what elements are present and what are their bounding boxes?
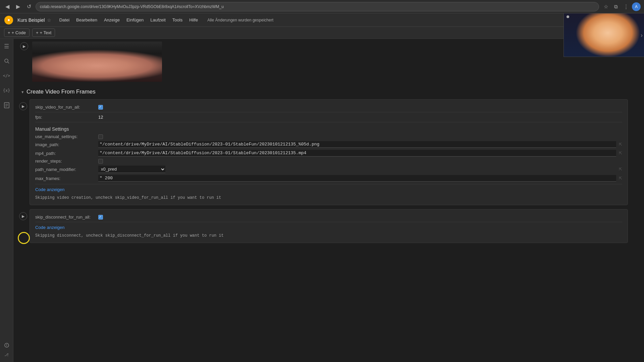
sidebar-files-icon[interactable] — [2, 101, 11, 110]
image-path-expand-icon: ⇱ — [619, 142, 622, 147]
add-text-button[interactable]: + + Text — [32, 28, 55, 37]
max-frames-label: max_frames: — [35, 176, 96, 181]
sidebar-git-icon[interactable]: ⎇ — [2, 350, 11, 359]
svg-line-3 — [8, 62, 9, 63]
video-content — [564, 39, 644, 57]
path-modifier-expand-icon: ⇱ — [619, 167, 622, 172]
sidebar-code-icon[interactable]: </> — [2, 71, 11, 80]
svg-point-1 — [8, 19, 10, 21]
path-modifier-label: path_name_modifier: — [35, 167, 96, 172]
run-button-highlight — [18, 232, 30, 244]
notebook-title-text: Kurs Beispiel — [17, 17, 45, 23]
menu-einfuegen[interactable]: Einfügen — [124, 16, 146, 24]
colab-logo — [4, 15, 13, 25]
skip-video-checkbox[interactable] — [98, 105, 103, 110]
image-cell-run-button[interactable]: ▶ — [20, 42, 28, 50]
face-image-content — [32, 42, 162, 82]
back-button[interactable]: ◀ — [3, 3, 11, 11]
video-panel: › — [564, 39, 644, 57]
param-render-steps: render_steps: — [35, 158, 622, 165]
cell2-code-link[interactable]: Code anzeigen — [35, 224, 622, 231]
menu-hilfe[interactable]: Hilfe — [186, 16, 201, 24]
settings-button[interactable]: ⋮ — [622, 3, 630, 11]
colab-app: Kurs Beispiel ☆ Datei Bearbeiten Anzeige… — [0, 13, 644, 362]
section-collapse-arrow: ▾ — [21, 89, 24, 95]
param-skip-disconnect: skip_disconnect_for_run_all: — [35, 214, 622, 221]
menu-laufzeit[interactable]: Laufzeit — [148, 16, 168, 24]
menu-bearbeiten[interactable]: Bearbeiten — [73, 16, 100, 24]
code-btn-label: + Code — [12, 30, 26, 35]
bookmark-button[interactable]: ☆ — [602, 3, 610, 11]
app-topbar: Kurs Beispiel ☆ Datei Bearbeiten Anzeige… — [0, 13, 644, 27]
add-code-button[interactable]: + + Code — [4, 28, 30, 37]
max-frames-input[interactable] — [98, 175, 616, 182]
image-path-label: image_path: — [35, 142, 96, 147]
url-bar[interactable]: colab.research.google.com/drive/13G9KHyM… — [36, 2, 599, 11]
cell2-output: Skipping disconnect, uncheck skip_discon… — [35, 231, 622, 239]
param-skip-video: skip_video_for_run_all: — [35, 104, 622, 111]
notebook-image — [32, 42, 162, 82]
svg-point-2 — [5, 59, 8, 62]
param-mp4-path: mp4_path: ⇱ — [35, 149, 622, 158]
profile-avatar[interactable]: A — [632, 2, 641, 11]
path-modifier-dropdown[interactable]: x0_pred x_pred — [98, 166, 165, 173]
max-frames-expand-icon: ⇱ — [619, 176, 622, 181]
section-title-text: Create Video From Frames — [26, 88, 96, 95]
cell1-inner: skip_video_for_run_all: fps: 12 Manual S… — [30, 100, 628, 205]
image-path-input[interactable] — [98, 141, 616, 148]
browser-actions: ☆ ⧉ ⋮ A — [602, 2, 641, 11]
param-max-frames: max_frames: ⇱ — [35, 174, 622, 183]
param-use-manual: use_manual_settings: — [35, 133, 622, 140]
notebook-content: ▶ ▾ Create Video From Frames ▶ skip_vide… — [13, 39, 644, 362]
mp4-path-expand-icon: ⇱ — [619, 151, 622, 156]
notebook-title-area: Kurs Beispiel ☆ — [17, 17, 51, 23]
cell1-code-link[interactable]: Code anzeigen — [35, 186, 622, 193]
browser-chrome: ◀ ▶ ↺ colab.research.google.com/drive/13… — [0, 0, 644, 13]
refresh-button[interactable]: ↺ — [25, 3, 33, 11]
fps-value: 12 — [98, 115, 103, 120]
cell-skip-disconnect: ▶ skip_disconnect_for_run_all: Code anze… — [30, 209, 628, 243]
skip-video-label: skip_video_for_run_all: — [35, 105, 96, 110]
main-content: ☰ </> {x} — [0, 39, 644, 362]
param-path-modifier: path_name_modifier: x0_pred x_pred ⇱ — [35, 165, 622, 174]
image-cell: ▶ — [13, 39, 644, 84]
mp4-path-input[interactable] — [98, 150, 616, 157]
menu-tools[interactable]: Tools — [170, 16, 185, 24]
extensions-button[interactable]: ⧉ — [612, 3, 620, 11]
cell2-run-button[interactable]: ▶ — [19, 212, 27, 220]
star-icon[interactable]: ☆ — [47, 17, 51, 23]
sidebar-menu-icon[interactable]: ☰ — [2, 42, 11, 51]
cell2-inner: skip_disconnect_for_run_all: Code anzeig… — [30, 209, 628, 243]
cell1-run-button[interactable]: ▶ — [19, 102, 27, 110]
plus-code-icon: + — [8, 30, 10, 35]
toolbar-row: + + Code + + Text — [0, 27, 644, 39]
sidebar-debug-icon[interactable] — [2, 341, 11, 350]
sidebar-variables-icon[interactable]: {x} — [2, 86, 11, 95]
forward-button[interactable]: ▶ — [14, 3, 22, 11]
param-fps: fps: 12 — [35, 114, 622, 121]
cell1-output: Skipping video creation, uncheck skip_vi… — [35, 193, 622, 201]
svg-point-10 — [6, 346, 7, 347]
skip-disconnect-label: skip_disconnect_for_run_all: — [35, 215, 96, 220]
video-person — [564, 39, 644, 57]
use-manual-label: use_manual_settings: — [35, 134, 96, 139]
render-steps-checkbox[interactable] — [98, 159, 103, 164]
param-image-path: image_path: ⇱ — [35, 140, 622, 149]
menu-anzeige[interactable]: Anzeige — [101, 16, 122, 24]
menu-bar: Datei Bearbeiten Anzeige Einfügen Laufze… — [57, 16, 201, 24]
fps-label: fps: — [35, 115, 96, 120]
text-btn-label: + Text — [40, 30, 51, 35]
section-header-create-video[interactable]: ▾ Create Video From Frames — [13, 84, 644, 98]
saved-status: Alle Änderungen wurden gespeichert — [207, 18, 273, 22]
mp4-path-label: mp4_path: — [35, 151, 96, 156]
render-steps-label: render_steps: — [35, 159, 96, 164]
cell-skip-video: ▶ skip_video_for_run_all: fps: 12 — [30, 99, 628, 205]
plus-text-icon: + — [36, 30, 39, 35]
sidebar-search-icon[interactable] — [2, 56, 11, 66]
use-manual-checkbox[interactable] — [98, 134, 103, 139]
manual-settings-header: Manual Settings — [35, 124, 622, 133]
skip-disconnect-checkbox[interactable] — [98, 215, 103, 220]
left-sidebar: ☰ </> {x} — [0, 39, 13, 362]
menu-datei[interactable]: Datei — [57, 16, 72, 24]
